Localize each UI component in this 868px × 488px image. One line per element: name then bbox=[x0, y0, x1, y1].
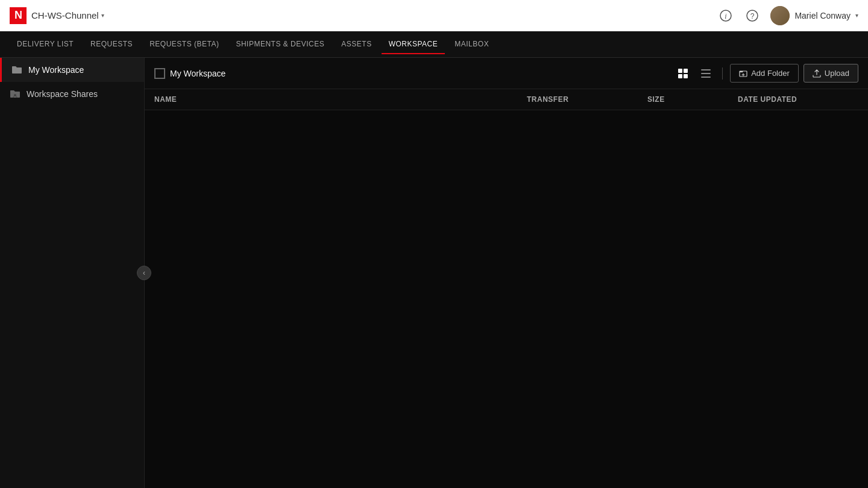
main-layout: ‹ My Workspace Workspace Shares bbox=[0, 58, 868, 488]
sidebar-collapse-button[interactable]: ‹ bbox=[137, 266, 151, 280]
info-button[interactable]: i bbox=[717, 7, 734, 24]
table-content bbox=[145, 110, 868, 488]
nav-workspace[interactable]: WORKSPACE bbox=[382, 35, 445, 54]
sidebar-item-my-workspace[interactable]: My Workspace bbox=[0, 58, 144, 82]
svg-text:i: i bbox=[725, 12, 727, 20]
grid-view-button[interactable] bbox=[674, 64, 692, 83]
col-header-name: Name bbox=[154, 95, 527, 104]
nav-requests-beta[interactable]: REQUESTS (BETA) bbox=[142, 35, 226, 54]
content-actions: Add Folder Upload bbox=[674, 64, 858, 83]
sidebar-item-my-workspace-label: My Workspace bbox=[28, 65, 84, 75]
breadcrumb-area: My Workspace bbox=[154, 68, 225, 79]
user-name: Mariel Conway bbox=[794, 11, 851, 20]
col-header-transfer: Transfer bbox=[527, 95, 647, 104]
svg-text:?: ? bbox=[750, 12, 755, 20]
nav-delivery-list[interactable]: DELIVERY LIST bbox=[10, 35, 81, 54]
sidebar-item-workspace-shares-label: Workspace Shares bbox=[27, 89, 98, 99]
navbar-left: N CH-WS-Chunnel ▾ bbox=[10, 7, 104, 24]
svg-rect-5 bbox=[678, 69, 682, 73]
netflix-logo: N bbox=[10, 7, 27, 24]
add-folder-button[interactable]: Add Folder bbox=[730, 64, 799, 83]
app-title-button[interactable]: CH-WS-Chunnel ▾ bbox=[31, 10, 104, 20]
app-title-text: CH-WS-Chunnel bbox=[31, 10, 99, 20]
help-button[interactable]: ? bbox=[744, 7, 761, 24]
navbar-right: i ? Mariel Conway ▾ bbox=[717, 6, 858, 25]
list-view-button[interactable] bbox=[697, 64, 715, 83]
col-header-date-updated: Date Updated bbox=[738, 95, 858, 104]
folder-shared-icon bbox=[10, 89, 20, 99]
upload-button[interactable]: Upload bbox=[804, 64, 858, 83]
svg-rect-11 bbox=[701, 77, 711, 78]
nav-requests[interactable]: REQUESTS bbox=[83, 35, 140, 54]
table-header: Name Transfer Size Date Updated bbox=[145, 89, 868, 110]
folder-icon bbox=[11, 65, 22, 75]
secondary-nav: DELIVERY LIST REQUESTS REQUESTS (BETA) S… bbox=[0, 31, 868, 58]
col-header-size: Size bbox=[647, 95, 738, 104]
sidebar-item-workspace-shares[interactable]: Workspace Shares bbox=[0, 82, 144, 106]
user-menu-caret: ▾ bbox=[855, 12, 858, 19]
avatar bbox=[770, 6, 790, 25]
sidebar: ‹ My Workspace Workspace Shares bbox=[0, 58, 145, 488]
content-area: My Workspace bbox=[145, 58, 868, 488]
svg-rect-10 bbox=[701, 73, 711, 74]
select-all-checkbox[interactable] bbox=[154, 68, 165, 79]
upload-label: Upload bbox=[825, 69, 849, 78]
svg-rect-6 bbox=[684, 69, 688, 73]
app-title-caret: ▾ bbox=[101, 12, 104, 19]
content-header: My Workspace bbox=[145, 58, 868, 89]
svg-rect-9 bbox=[701, 69, 711, 70]
nav-mailbox[interactable]: MAILBOX bbox=[447, 35, 496, 54]
svg-rect-7 bbox=[678, 74, 682, 78]
nav-shipments-devices[interactable]: SHIPMENTS & DEVICES bbox=[228, 35, 332, 54]
collapse-icon: ‹ bbox=[143, 269, 145, 277]
svg-rect-8 bbox=[684, 74, 688, 78]
breadcrumb-title: My Workspace bbox=[170, 69, 225, 78]
user-menu[interactable]: Mariel Conway ▾ bbox=[770, 6, 858, 25]
top-navbar: N CH-WS-Chunnel ▾ i ? Mariel Conway ▾ bbox=[0, 0, 868, 31]
toolbar-divider bbox=[722, 67, 723, 80]
add-folder-label: Add Folder bbox=[751, 69, 790, 78]
nav-assets[interactable]: ASSETS bbox=[334, 35, 379, 54]
